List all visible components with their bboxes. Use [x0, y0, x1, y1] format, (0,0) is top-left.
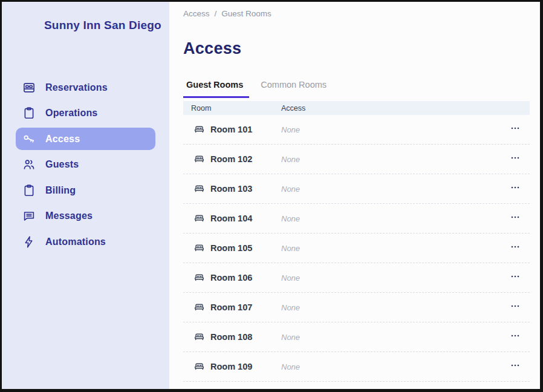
bed-icon	[193, 361, 205, 373]
clipboard-icon	[22, 184, 36, 197]
row-menu-button[interactable]	[510, 301, 530, 313]
table-body: Room 101NoneRoom 102NoneRoom 103NoneRoom…	[183, 115, 530, 392]
room-cell: Room 104	[183, 213, 281, 224]
key-icon	[22, 132, 36, 146]
lightning-icon	[22, 235, 36, 249]
access-value: None	[281, 244, 510, 253]
row-menu-button[interactable]	[510, 331, 530, 343]
bed-icon	[193, 332, 205, 343]
table-header-row: Room Access	[183, 101, 530, 115]
sidebar-item-label: Access	[45, 134, 80, 145]
bed-icon	[193, 302, 205, 313]
room-label: Room 108	[210, 332, 252, 342]
table-row: Room 105None	[183, 234, 530, 263]
tab-bar: Guest RoomsCommon Rooms	[183, 79, 530, 98]
row-menu-button[interactable]	[510, 153, 530, 165]
sidebar-item-automations[interactable]: Automations	[16, 230, 155, 253]
table-row: Room 107None	[183, 293, 530, 322]
sidebar-item-label: Billing	[45, 185, 76, 196]
ellipsis-icon	[510, 123, 520, 136]
tab-guest-rooms[interactable]: Guest Rooms	[183, 79, 249, 98]
ellipsis-icon	[510, 272, 520, 284]
bed-frame-icon	[22, 81, 36, 94]
clipboard-icon	[22, 106, 36, 120]
sidebar-item-label: Operations	[45, 108, 97, 119]
table-row: Room 104None	[183, 204, 530, 234]
message-icon	[22, 209, 36, 223]
sidebar-item-label: Messages	[45, 211, 93, 221]
bed-icon	[193, 243, 205, 254]
bed-icon	[193, 183, 205, 195]
ellipsis-icon	[510, 212, 520, 224]
ellipsis-icon	[510, 301, 520, 313]
ellipsis-icon	[510, 153, 520, 165]
brand-name: Sunny Inn San Diego	[44, 19, 161, 32]
room-label: Room 101	[210, 125, 252, 134]
brand: Sunny Inn San Diego	[2, 12, 169, 39]
app-window: Sunny Inn San Diego ReservationsOperatio…	[0, 0, 543, 392]
room-label: Room 109	[210, 362, 252, 371]
ellipsis-icon	[510, 242, 520, 254]
sidebar-item-label: Automations	[45, 237, 106, 247]
people-icon	[22, 158, 36, 171]
access-value: None	[281, 185, 510, 194]
table-row: Room 109None	[183, 352, 530, 382]
breadcrumb-item-access[interactable]: Access	[183, 9, 210, 18]
ellipsis-icon	[510, 361, 520, 373]
access-value: None	[281, 333, 510, 342]
row-menu-button[interactable]	[510, 272, 530, 284]
row-menu-button[interactable]	[510, 183, 530, 195]
access-value: None	[281, 155, 510, 164]
bed-icon	[193, 124, 205, 136]
sidebar-item-access[interactable]: Access	[16, 128, 155, 150]
room-cell: Room 101	[183, 124, 281, 136]
room-label: Room 107	[210, 302, 252, 312]
row-menu-button[interactable]	[510, 123, 530, 136]
sidebar-item-label: Reservations	[45, 82, 108, 93]
access-value: None	[281, 362, 510, 371]
page-title: Access	[183, 39, 530, 58]
table-row: Room 103None	[183, 174, 530, 204]
table-row: Room 101None	[183, 115, 530, 145]
room-label: Room 104	[210, 214, 252, 223]
access-value: None	[281, 273, 510, 283]
room-cell: Room 109	[183, 361, 281, 373]
room-cell: Room 106	[183, 272, 281, 284]
table-row: Room 108None	[183, 322, 530, 352]
table-row: Room 110None	[183, 382, 530, 392]
row-menu-button[interactable]	[510, 242, 530, 254]
table-row: Room 102None	[183, 145, 530, 174]
sidebar-nav: ReservationsOperationsAccessGuestsBillin…	[2, 76, 169, 253]
column-header-room: Room	[183, 104, 281, 113]
tab-common-rooms[interactable]: Common Rooms	[258, 79, 333, 98]
access-value: None	[281, 214, 510, 223]
ellipsis-icon	[510, 183, 520, 195]
room-cell: Room 103	[183, 183, 281, 195]
table-row: Room 106None	[183, 263, 530, 293]
sidebar-item-operations[interactable]: Operations	[16, 102, 155, 125]
breadcrumb-separator: /	[215, 9, 217, 18]
room-cell: Room 102	[183, 154, 281, 165]
bed-icon	[193, 272, 205, 284]
row-menu-button[interactable]	[510, 212, 530, 224]
column-header-access: Access	[281, 104, 530, 113]
ellipsis-icon	[510, 331, 520, 343]
breadcrumb-item-guest-rooms[interactable]: Guest Rooms	[221, 9, 272, 18]
room-cell: Room 105	[183, 243, 281, 254]
bed-icon	[193, 213, 205, 224]
room-label: Room 102	[210, 154, 252, 164]
room-label: Room 105	[210, 243, 252, 253]
bed-icon	[193, 154, 205, 165]
sidebar-item-messages[interactable]: Messages	[16, 205, 155, 227]
row-menu-button[interactable]	[510, 361, 530, 373]
access-value: None	[281, 303, 510, 312]
sidebar-item-reservations[interactable]: Reservations	[16, 76, 155, 99]
sidebar-item-label: Guests	[45, 159, 79, 170]
main-content: Access/Guest Rooms Access Guest RoomsCom…	[169, 2, 540, 389]
room-cell: Room 107	[183, 302, 281, 313]
access-value: None	[281, 125, 510, 134]
sidebar: Sunny Inn San Diego ReservationsOperatio…	[2, 2, 169, 389]
sidebar-item-guests[interactable]: Guests	[16, 154, 155, 176]
room-label: Room 106	[210, 273, 252, 283]
sidebar-item-billing[interactable]: Billing	[16, 179, 155, 201]
